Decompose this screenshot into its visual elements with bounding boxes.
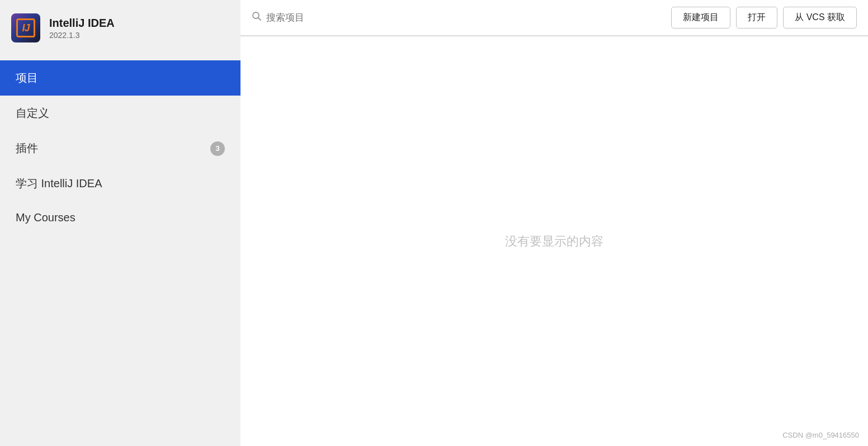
main-body: 没有要显示的内容	[240, 36, 868, 446]
sidebar-item-plugins[interactable]: 插件 3	[0, 131, 240, 166]
toolbar-buttons: 新建项目 打开 从 VCS 获取	[671, 7, 857, 29]
sidebar-item-label-learn: 学习 IntelliJ IDEA	[16, 176, 102, 191]
svg-line-1	[258, 18, 261, 21]
app-logo-text: IJ	[22, 22, 29, 34]
app-version: 2022.1.3	[49, 31, 115, 40]
sidebar-item-label-projects: 项目	[16, 70, 38, 86]
empty-message: 没有要显示的内容	[505, 233, 603, 250]
sidebar-item-learn[interactable]: 学习 IntelliJ IDEA	[0, 166, 240, 201]
app-logo-inner: IJ	[16, 18, 35, 37]
plugins-badge: 3	[210, 141, 225, 156]
search-box	[252, 11, 531, 24]
app-name: IntelliJ IDEA	[49, 17, 115, 30]
sidebar-item-label-plugins: 插件	[16, 141, 38, 156]
sidebar-item-my-courses[interactable]: My Courses	[0, 201, 240, 234]
sidebar-item-label-my-courses: My Courses	[16, 211, 76, 224]
app-title-group: IntelliJ IDEA 2022.1.3	[49, 17, 115, 40]
sidebar-item-customize[interactable]: 自定义	[0, 96, 240, 131]
search-icon	[252, 11, 262, 24]
search-input[interactable]	[266, 12, 531, 23]
sidebar-item-label-customize: 自定义	[16, 106, 49, 121]
sidebar-item-projects[interactable]: 项目	[0, 60, 240, 96]
app-logo: IJ	[11, 13, 40, 42]
from-vcs-button[interactable]: 从 VCS 获取	[783, 7, 857, 29]
sidebar: IJ IntelliJ IDEA 2022.1.3 项目 自定义 插件 3 学习…	[0, 0, 240, 446]
new-project-button[interactable]: 新建项目	[671, 7, 730, 29]
main-toolbar: 新建项目 打开 从 VCS 获取	[240, 0, 868, 36]
nav-menu: 项目 自定义 插件 3 学习 IntelliJ IDEA My Courses	[0, 60, 240, 234]
main-content: 新建项目 打开 从 VCS 获取 没有要显示的内容	[240, 0, 868, 446]
watermark: CSDN @m0_59416550	[782, 431, 859, 439]
app-header: IJ IntelliJ IDEA 2022.1.3	[0, 0, 240, 56]
open-button[interactable]: 打开	[736, 7, 777, 29]
